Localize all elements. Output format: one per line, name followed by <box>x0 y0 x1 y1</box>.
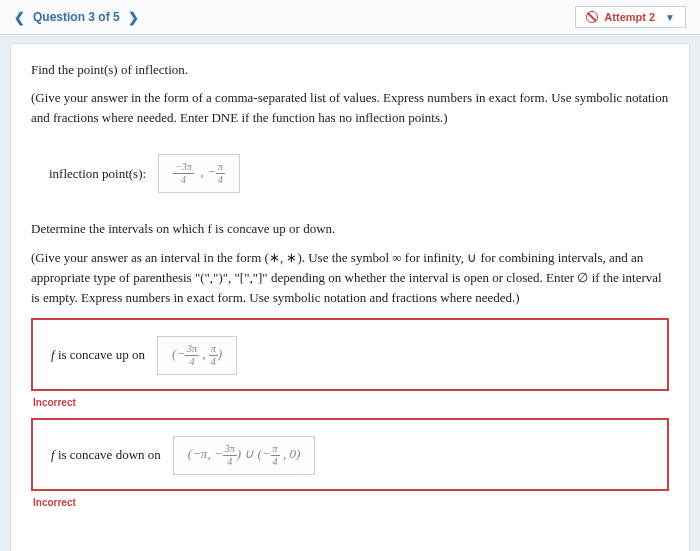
concave-up-status: Incorrect <box>33 397 669 408</box>
question-nav: ❮ Question 3 of 5 ❯ <box>14 10 139 25</box>
concave-down-box: f is concave down on (−π, −3π4) ∪ (−π4 ,… <box>31 418 669 491</box>
next-question-chevron[interactable]: ❯ <box>128 10 139 25</box>
inflection-hint: (Give your answer in the form of a comma… <box>31 88 669 128</box>
question-card: Find the point(s) of inflection. (Give y… <box>10 43 690 551</box>
chevron-down-icon: ▼ <box>665 12 675 23</box>
inflection-prompt: Find the point(s) of inflection. <box>31 60 669 80</box>
concavity-prompt: Determine the intervals on which f is co… <box>31 219 669 239</box>
concave-up-label: f is concave up on <box>51 347 145 363</box>
inflection-answer-row: inflection point(s): −3π4 , −π4 <box>49 154 669 193</box>
prev-question-chevron[interactable]: ❮ <box>14 10 25 25</box>
concavity-hint: (Give your answer as an interval in the … <box>31 248 669 308</box>
inflection-label: inflection point(s): <box>49 166 146 182</box>
question-counter: Question 3 of 5 <box>33 10 120 24</box>
concave-down-row: f is concave down on (−π, −3π4) ∪ (−π4 ,… <box>51 436 653 475</box>
attempt-dropdown[interactable]: Attempt 2 ▼ <box>575 6 686 28</box>
concave-up-input[interactable]: (−3π4 , π4) <box>157 336 237 375</box>
concave-up-row: f is concave up on (−3π4 , π4) <box>51 336 653 375</box>
inflection-input[interactable]: −3π4 , −π4 <box>158 154 240 193</box>
concave-down-label: f is concave down on <box>51 447 161 463</box>
top-bar: ❮ Question 3 of 5 ❯ Attempt 2 ▼ <box>0 0 700 35</box>
concave-down-input[interactable]: (−π, −3π4) ∪ (−π4 , 0) <box>173 436 315 475</box>
concave-up-box: f is concave up on (−3π4 , π4) <box>31 318 669 391</box>
ban-icon <box>586 11 598 23</box>
concave-down-status: Incorrect <box>33 497 669 508</box>
attempt-label: Attempt 2 <box>604 11 655 23</box>
